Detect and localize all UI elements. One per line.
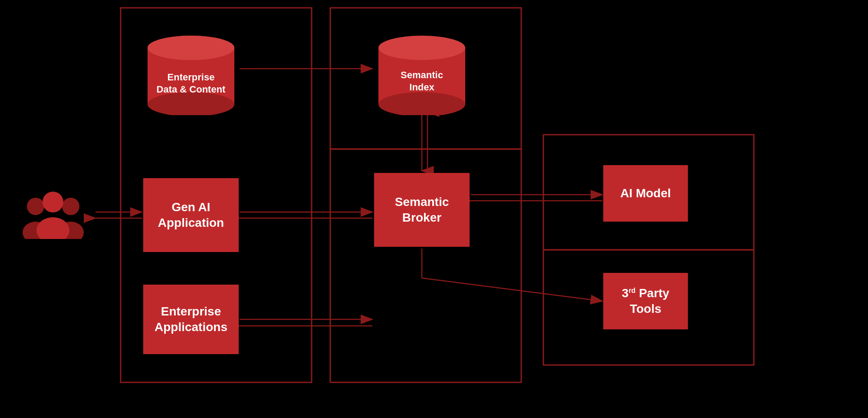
svg-point-35 — [148, 36, 234, 60]
svg-point-31 — [36, 217, 69, 239]
svg-text:Enterprise: Enterprise — [168, 72, 215, 83]
ai-model-box: AI Model — [603, 165, 688, 222]
semantic-broker-box: Semantic Broker — [374, 173, 470, 247]
gen-ai-box: Gen AI Application — [143, 178, 239, 252]
semantic-index-cylinder: Semantic Index — [374, 24, 470, 115]
enterprise-apps-box: Enterprise Applications — [143, 285, 239, 354]
svg-point-26 — [27, 198, 44, 215]
svg-point-30 — [43, 192, 63, 212]
svg-point-28 — [62, 198, 79, 215]
svg-text:Semantic: Semantic — [401, 70, 443, 80]
enterprise-data-cylinder: Enterprise Data & Content — [143, 24, 239, 115]
svg-text:Data & Content: Data & Content — [157, 84, 226, 95]
diagram-container: Enterprise Data & Content Semantic Index… — [0, 0, 868, 418]
svg-line-23 — [422, 278, 602, 301]
svg-text:Index: Index — [409, 82, 434, 93]
third-party-box: 3rd PartyTools — [603, 273, 688, 329]
user-icon — [13, 187, 93, 239]
svg-point-40 — [378, 36, 465, 60]
